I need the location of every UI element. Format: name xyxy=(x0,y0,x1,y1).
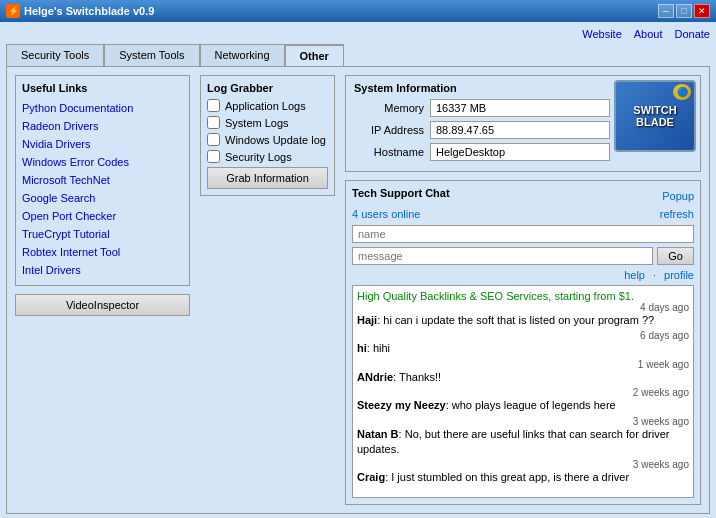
profile-link[interactable]: profile xyxy=(664,269,694,281)
tab-system-tools[interactable]: System Tools xyxy=(104,44,199,66)
link-python-docs[interactable]: Python Documentation xyxy=(22,99,183,117)
msg-hi: hi: hihi xyxy=(357,341,689,356)
maximize-button[interactable]: □ xyxy=(676,4,692,18)
link-radeon[interactable]: Radeon Drivers xyxy=(22,117,183,135)
window-controls: ─ □ ✕ xyxy=(658,4,710,18)
go-button[interactable]: Go xyxy=(657,247,694,265)
log-grabber-box: Log Grabber Application Logs System Logs… xyxy=(200,75,335,196)
chat-messages-area[interactable]: High Quality Backlinks & SEO Services, s… xyxy=(352,285,694,498)
checkbox-security-logs-label: Security Logs xyxy=(225,151,292,163)
log-grabber-title: Log Grabber xyxy=(207,82,328,94)
chat-status-row: 4 users online refresh xyxy=(352,208,694,220)
sys-info-wrapper: System Information Memory 16337 MB IP Ad… xyxy=(345,75,701,172)
msg-time-3: 2 weeks ago xyxy=(357,387,689,398)
link-open-port[interactable]: Open Port Checker xyxy=(22,207,183,225)
grab-information-button[interactable]: Grab Information xyxy=(207,167,328,189)
tech-support-chat: Tech Support Chat Popup 4 users online r… xyxy=(345,180,701,505)
spam-message: High Quality Backlinks & SEO Services, s… xyxy=(357,290,689,302)
checkbox-security-logs-input[interactable] xyxy=(207,150,220,163)
chat-message-input[interactable] xyxy=(352,247,653,265)
msg-time-5: 3 weeks ago xyxy=(357,459,689,470)
link-win-errors[interactable]: Windows Error Codes xyxy=(22,153,183,171)
close-button[interactable]: ✕ xyxy=(694,4,710,18)
link-technet[interactable]: Microsoft TechNet xyxy=(22,171,183,189)
link-robtex[interactable]: Robtex Internet Tool xyxy=(22,243,183,261)
app-title: Helge's Switchblade v0.9 xyxy=(24,5,154,17)
msg-andrie: ANdrie: Thanks!! xyxy=(357,370,689,385)
users-online: 4 users online xyxy=(352,208,421,220)
ip-value: 88.89.47.65 xyxy=(430,121,610,139)
hostname-label: Hostname xyxy=(354,146,424,158)
right-panel: System Information Memory 16337 MB IP Ad… xyxy=(345,75,701,505)
memory-label: Memory xyxy=(354,102,424,114)
title-bar: ⚡ Helge's Switchblade v0.9 ─ □ ✕ xyxy=(0,0,716,22)
msg-time-2: 1 week ago xyxy=(357,359,689,370)
tab-bar: Security Tools System Tools Networking O… xyxy=(6,44,710,66)
content-area: Useful Links Python Documentation Radeon… xyxy=(6,66,710,514)
website-link[interactable]: Website xyxy=(582,28,622,40)
logo-line1: SWITCH xyxy=(633,104,676,116)
link-truecrypt[interactable]: TrueCrypt Tutorial xyxy=(22,225,183,243)
link-intel[interactable]: Intel Drivers xyxy=(22,261,183,279)
checkbox-app-logs-label: Application Logs xyxy=(225,100,306,112)
refresh-link[interactable]: refresh xyxy=(660,208,694,220)
tab-other[interactable]: Other xyxy=(285,44,344,66)
checkbox-system-logs-label: System Logs xyxy=(225,117,289,129)
chat-message-row: Go xyxy=(352,247,694,265)
checkbox-system-logs-input[interactable] xyxy=(207,116,220,129)
chat-name-input[interactable] xyxy=(352,225,694,243)
donate-link[interactable]: Donate xyxy=(675,28,710,40)
checkbox-app-logs-input[interactable] xyxy=(207,99,220,112)
tab-networking[interactable]: Networking xyxy=(200,44,285,66)
msg-time-0: 4 days ago xyxy=(357,302,689,313)
checkbox-security-logs: Security Logs xyxy=(207,150,328,163)
msg-steezy: Steezy my Neezy: who plays league of leg… xyxy=(357,398,689,413)
logo-line2: BLADE xyxy=(636,116,674,128)
about-link[interactable]: About xyxy=(634,28,663,40)
log-grabber-panel: Log Grabber Application Logs System Logs… xyxy=(200,75,335,505)
msg-time-1: 6 days ago xyxy=(357,330,689,341)
checkbox-win-update: Windows Update log xyxy=(207,133,328,146)
popup-link[interactable]: Popup xyxy=(662,190,694,202)
left-panel: Useful Links Python Documentation Radeon… xyxy=(15,75,190,505)
minimize-button[interactable]: ─ xyxy=(658,4,674,18)
chat-title: Tech Support Chat xyxy=(352,187,450,199)
chat-help-row: help · profile xyxy=(352,269,694,281)
hostname-value: HelgeDesktop xyxy=(430,143,610,161)
tab-security-tools[interactable]: Security Tools xyxy=(6,44,104,66)
msg-time-4: 3 weeks ago xyxy=(357,416,689,427)
logo-badge: 🔵 xyxy=(673,84,691,100)
switchblade-logo: 🔵 SWITCH BLADE xyxy=(614,80,696,152)
useful-links-title: Useful Links xyxy=(22,82,183,94)
msg-haji: Haji: hi can i update the soft that is l… xyxy=(357,313,689,328)
checkbox-win-update-label: Windows Update log xyxy=(225,134,326,146)
msg-natan: Natan B: No, but there are useful links … xyxy=(357,427,689,458)
help-link[interactable]: help xyxy=(624,269,645,281)
checkbox-app-logs: Application Logs xyxy=(207,99,328,112)
top-nav: Website About Donate xyxy=(6,28,710,40)
useful-links-panel: Useful Links Python Documentation Radeon… xyxy=(15,75,190,286)
checkbox-system-logs: System Logs xyxy=(207,116,328,129)
msg-craig: Craig: I just stumbled on this great app… xyxy=(357,470,689,485)
ip-label: IP Address xyxy=(354,124,424,136)
app-icon: ⚡ xyxy=(6,4,20,18)
checkbox-win-update-input[interactable] xyxy=(207,133,220,146)
link-google[interactable]: Google Search xyxy=(22,189,183,207)
link-nvidia[interactable]: Nvidia Drivers xyxy=(22,135,183,153)
main-container: Website About Donate Security Tools Syst… xyxy=(0,22,716,518)
video-inspector-button[interactable]: VideoInspector xyxy=(15,294,190,316)
memory-value: 16337 MB xyxy=(430,99,610,117)
